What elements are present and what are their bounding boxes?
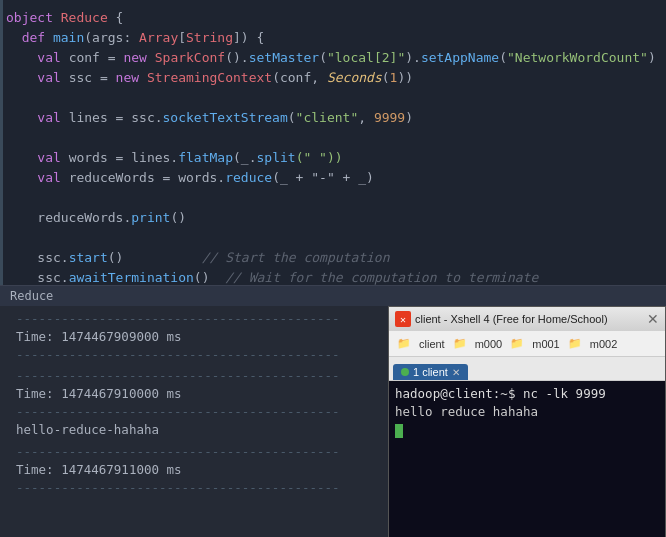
code-line: ssc.awaitTermination() // Wait for the c… [0, 268, 666, 285]
code-line [0, 228, 666, 248]
toolbar-icon-3: 📁 [506, 334, 528, 354]
tab-status-dot [401, 368, 409, 376]
code-line: reduceWords.print() [0, 208, 666, 228]
toolbar-m000-label: m000 [473, 338, 505, 350]
code-line: val ssc = new StreamingContext(conf, Sec… [0, 68, 666, 88]
xshell-terminal: hadoop@client:~$ nc -lk 9999hello reduce… [389, 381, 665, 537]
code-line: def main(args: Array[String]) { [0, 28, 666, 48]
code-line: val words = lines.flatMap(_.split(" ")) [0, 148, 666, 168]
line-content: val words = lines.flatMap(_.split(" ")) [0, 148, 343, 168]
toolbar-m002-label: m002 [588, 338, 620, 350]
xshell-toolbar: 📁 client 📁 m000 📁 m001 📁 m002 [389, 331, 665, 357]
code-editor: object Reduce { def main(args: Array[Str… [0, 0, 666, 285]
tab-label: 1 client [413, 366, 448, 378]
line-content: object Reduce { [0, 8, 123, 28]
code-line [0, 88, 666, 108]
code-line [0, 188, 666, 208]
toolbar-icon-4: 📁 [564, 334, 586, 354]
tab-close-icon[interactable]: ✕ [452, 367, 460, 378]
line-content: val ssc = new StreamingContext(conf, Sec… [0, 68, 413, 88]
code-line: object Reduce { [0, 8, 666, 28]
toolbar-icon-1: 📁 [393, 334, 415, 354]
console-title: Reduce [0, 285, 666, 306]
xshell-window: ✕ client - Xshell 4 (Free for Home/Schoo… [388, 306, 666, 537]
code-line [0, 128, 666, 148]
line-content: val conf = new SparkConf().setMaster("lo… [0, 48, 656, 68]
line-content: val lines = ssc.socketTextStream("client… [0, 108, 413, 128]
code-line: val conf = new SparkConf().setMaster("lo… [0, 48, 666, 68]
xshell-app-icon: ✕ [395, 311, 411, 327]
xshell-title-text: client - Xshell 4 (Free for Home/School) [415, 313, 643, 325]
line-content: reduceWords.print() [0, 208, 186, 228]
xshell-tabs: 1 client ✕ [389, 357, 665, 381]
toolbar-icon-2: 📁 [449, 334, 471, 354]
toolbar-m001-label: m001 [530, 338, 562, 350]
line-content: def main(args: Array[String]) { [0, 28, 264, 48]
terminal-cursor [395, 424, 403, 438]
console-content: ----------------------------------------… [0, 306, 666, 537]
code-line: ssc.start() // Start the computation [0, 248, 666, 268]
terminal-line: hadoop@client:~$ nc -lk 9999 [395, 385, 659, 403]
terminal-line [395, 421, 659, 439]
code-line: val reduceWords = words.reduce(_ + "-" +… [0, 168, 666, 188]
console-section: Reduce ---------------------------------… [0, 285, 666, 537]
line-content: val reduceWords = words.reduce(_ + "-" +… [0, 168, 374, 188]
left-border-accent [0, 0, 3, 285]
toolbar-client-label: client [417, 338, 447, 350]
xshell-titlebar: ✕ client - Xshell 4 (Free for Home/Schoo… [389, 307, 665, 331]
xshell-tab-client[interactable]: 1 client ✕ [393, 364, 468, 380]
code-line: val lines = ssc.socketTextStream("client… [0, 108, 666, 128]
line-content: ssc.start() // Start the computation [0, 248, 390, 268]
terminal-line: hello reduce hahaha [395, 403, 659, 421]
code-lines: object Reduce { def main(args: Array[Str… [0, 8, 666, 285]
xshell-close-button[interactable]: ✕ [647, 312, 659, 326]
line-content: ssc.awaitTermination() // Wait for the c… [0, 268, 538, 285]
